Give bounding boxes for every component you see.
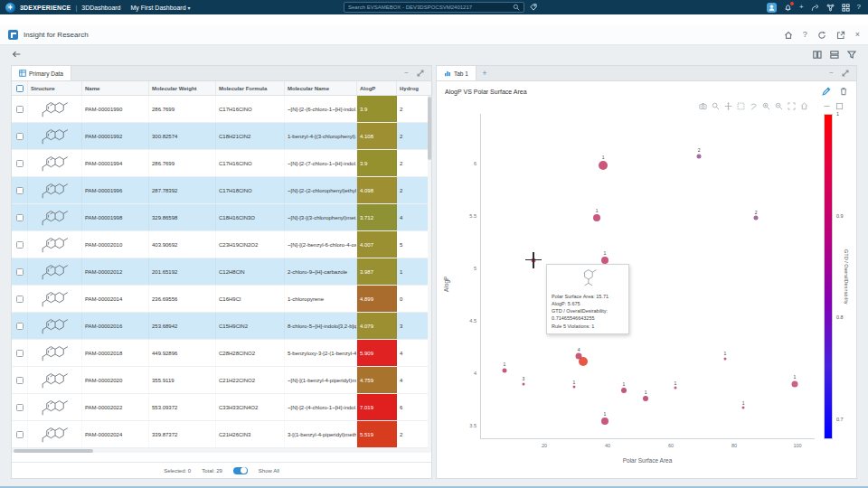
row-checkbox[interactable] xyxy=(16,160,24,167)
search-input[interactable] xyxy=(348,5,510,10)
layout-columns-icon[interactable] xyxy=(813,51,822,59)
row-checkbox[interactable] xyxy=(16,404,24,411)
user-avatar[interactable] xyxy=(767,3,777,13)
notification-bell-icon[interactable] xyxy=(784,4,792,12)
row-checkbox[interactable] xyxy=(16,268,24,276)
communities-icon[interactable] xyxy=(826,4,835,12)
compass-icon[interactable] xyxy=(5,3,15,13)
scatter-point[interactable] xyxy=(791,380,797,387)
scatter-point[interactable] xyxy=(754,216,759,221)
table-row[interactable]: PAM-00002024339.87372C21H26ClN33-[(1-ben… xyxy=(12,421,431,448)
horizontal-scrollbar[interactable] xyxy=(12,448,431,453)
scatter-point[interactable] xyxy=(502,368,506,372)
dashboard-selector[interactable]: My First Dashboard ▾ xyxy=(131,5,191,11)
autoscale-icon[interactable] xyxy=(788,102,796,110)
scatter-point[interactable] xyxy=(579,357,588,366)
pan-icon[interactable] xyxy=(724,102,732,110)
table-row[interactable]: PAM-00001992300.82574C18H21ClN21-benzyl-… xyxy=(12,123,431,150)
tab-1[interactable]: Tab 1 xyxy=(437,66,476,80)
share-icon[interactable] xyxy=(811,4,819,12)
collapse-panel-icon[interactable]: − xyxy=(829,70,834,77)
layout-grid-icon[interactable] xyxy=(830,51,839,59)
scatter-point[interactable] xyxy=(601,418,609,425)
table-row[interactable]: PAM-00002022553.09372C33H33ClN4O2~[N]-[2… xyxy=(12,394,431,421)
column-header[interactable]: Molecular Name xyxy=(285,81,357,95)
close-app-icon[interactable]: × xyxy=(855,31,860,39)
box-select-icon[interactable] xyxy=(737,102,745,110)
table-row[interactable]: PAM-00002018449.92896C28H28ClNO25-benzyl… xyxy=(12,340,431,367)
zoom-out-icon[interactable] xyxy=(775,102,783,110)
row-checkbox[interactable] xyxy=(16,350,24,357)
scatter-point[interactable] xyxy=(697,154,702,158)
show-all-toggle[interactable] xyxy=(233,467,248,474)
row-checkbox[interactable] xyxy=(16,296,24,303)
molecular-name-cell: 5-benzyloxy-3-[2-(1-benzyl-4... xyxy=(285,340,357,366)
scatter-point[interactable] xyxy=(599,161,608,170)
select-all-checkbox[interactable] xyxy=(16,85,24,92)
vertical-scrollbar-thumb[interactable] xyxy=(428,97,431,160)
add-icon[interactable]: + xyxy=(799,4,804,11)
modebar-expand-icon[interactable] xyxy=(835,102,844,110)
row-checkbox[interactable] xyxy=(16,187,24,194)
scatter-point[interactable] xyxy=(593,214,600,221)
tooltip-structure-image xyxy=(572,267,603,291)
scatter-point[interactable] xyxy=(742,407,745,409)
home-icon[interactable] xyxy=(784,31,793,40)
reset-axes-icon[interactable] xyxy=(800,102,808,110)
scatter-point[interactable] xyxy=(572,386,575,389)
scatter-point[interactable] xyxy=(723,357,726,360)
column-header[interactable]: Structure xyxy=(28,81,82,95)
table-row[interactable]: PAM-00001990286.7699C17H16ClNO~[N]-[2-(6… xyxy=(12,96,431,123)
scatter-point[interactable] xyxy=(674,387,676,389)
scatter-point[interactable] xyxy=(643,396,648,401)
apps-grid-icon[interactable] xyxy=(842,4,850,12)
column-header[interactable]: Name xyxy=(82,81,149,95)
lasso-icon[interactable] xyxy=(750,102,758,110)
row-checkbox[interactable] xyxy=(16,106,24,113)
column-header[interactable]: Molecular Weight xyxy=(149,81,216,95)
table-row[interactable]: PAM-00002010403.90692C23H19ClN2O2~[N]-[(… xyxy=(12,231,431,258)
back-button[interactable] xyxy=(12,51,22,59)
open-in-new-icon[interactable] xyxy=(836,31,845,40)
delete-chart-icon[interactable] xyxy=(839,87,848,96)
zoom-in-icon[interactable] xyxy=(762,102,770,110)
row-checkbox[interactable] xyxy=(16,214,24,221)
row-checkbox[interactable] xyxy=(16,133,24,140)
column-header[interactable]: Hydrog xyxy=(397,81,433,95)
camera-icon[interactable] xyxy=(699,102,707,110)
expand-panel-icon[interactable] xyxy=(842,70,849,77)
expand-panel-icon[interactable] xyxy=(417,70,424,77)
table-row[interactable]: PAM-00002014236.69556C16H9Cl1-chloropyre… xyxy=(12,286,431,313)
zoom-icon[interactable] xyxy=(712,102,720,110)
table-row[interactable]: PAM-00001996287.78392C17H18ClNO~[N]-[2-(… xyxy=(12,177,431,204)
refresh-icon[interactable] xyxy=(817,31,826,40)
left-panel-controls: − xyxy=(397,66,431,80)
scatter-point[interactable] xyxy=(601,257,609,264)
scatter-point[interactable] xyxy=(522,382,524,385)
row-checkbox[interactable] xyxy=(16,431,24,438)
row-checkbox[interactable] xyxy=(16,241,24,249)
edit-chart-icon[interactable] xyxy=(822,87,831,96)
add-tab-button[interactable]: + xyxy=(476,66,493,80)
row-checkbox[interactable] xyxy=(16,377,24,384)
help-icon[interactable]: ? xyxy=(857,4,861,11)
row-checkbox[interactable] xyxy=(16,323,24,330)
app-help-icon[interactable]: ? xyxy=(803,31,807,39)
collapse-panel-icon[interactable]: − xyxy=(404,70,409,77)
column-header[interactable]: AlogP xyxy=(357,81,397,95)
vertical-scrollbar[interactable] xyxy=(428,96,431,448)
table-row[interactable]: PAM-00002012201.65192C12H8ClN2-chloro-9~… xyxy=(12,258,431,286)
plot-area[interactable]: 204060801003.544.555.561212141311111111P… xyxy=(480,114,815,439)
table-row[interactable]: PAM-00002016253.68942C15H9ClN28-chloro-5… xyxy=(12,313,431,340)
table-row[interactable]: PAM-00001994286.7699C17H16ClNO~[N]-[2-(7… xyxy=(12,150,431,177)
scatter-point[interactable] xyxy=(621,388,627,393)
filter-icon[interactable] xyxy=(847,51,856,59)
modebar-collapse-icon[interactable] xyxy=(823,102,831,110)
table-row[interactable]: PAM-00001998329.86598C18H16ClN3O~[N]-[3-… xyxy=(12,204,431,231)
tag-icon[interactable] xyxy=(530,4,537,11)
column-header[interactable]: Molecular Formula xyxy=(216,81,285,95)
search-icon[interactable] xyxy=(513,4,520,11)
tab-primary-data[interactable]: Primary Data xyxy=(12,66,71,80)
horizontal-scrollbar-thumb[interactable] xyxy=(14,449,93,453)
table-row[interactable]: PAM-00002020355.9119C21H22ClNO2~[N]-[(1-… xyxy=(12,367,431,394)
